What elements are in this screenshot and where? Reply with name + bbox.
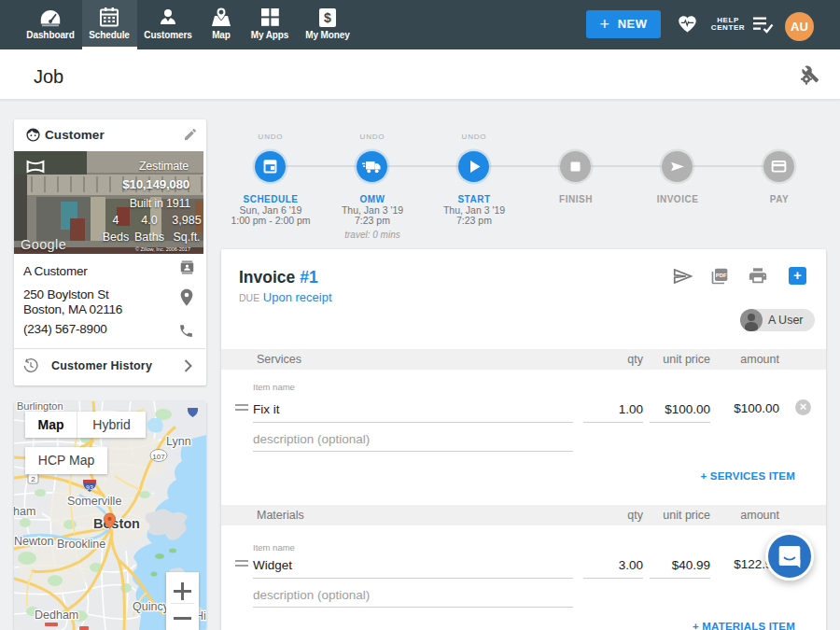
svg-text:93: 93 <box>86 484 93 491</box>
svg-text:Lynn: Lynn <box>166 435 191 448</box>
svg-text:ham: ham <box>14 505 35 518</box>
svg-text:107: 107 <box>152 453 165 461</box>
svg-text:Burlington: Burlington <box>17 401 63 412</box>
svg-text:Boston: Boston <box>93 516 140 531</box>
svg-text:Somerville: Somerville <box>67 495 121 508</box>
svg-text:Quincy: Quincy <box>133 600 170 613</box>
svg-text:Newton: Newton <box>14 535 53 548</box>
svg-text:$: $ <box>324 10 331 25</box>
svg-text:PDF: PDF <box>716 273 727 278</box>
svg-text:Brookline: Brookline <box>57 538 105 551</box>
svg-text:Dedham: Dedham <box>35 609 78 622</box>
svg-text:2: 2 <box>31 475 35 483</box>
